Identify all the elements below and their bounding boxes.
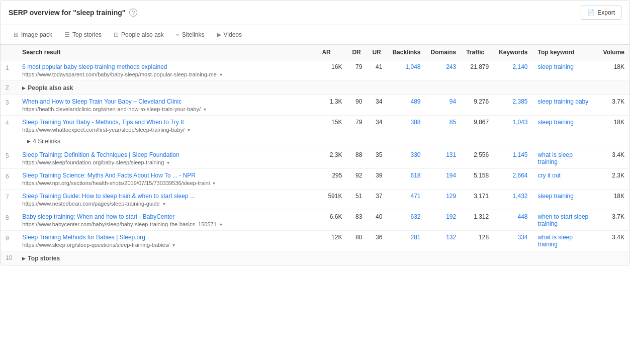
export-button[interactable]: 📄 Export (581, 6, 621, 20)
top-keyword-link[interactable]: what is sleep training (538, 151, 573, 165)
backlinks-cell: 281 (387, 231, 425, 251)
sitelinks-cell: ▶ 4 Sitelinks (17, 136, 629, 148)
top-keyword-link[interactable]: when to start sleep training (538, 213, 589, 227)
domains-link[interactable]: 243 (446, 63, 456, 70)
people-also-ask-toggle[interactable]: ▶ People also ask (22, 84, 73, 92)
row-number: 6 (1, 169, 17, 190)
top-keyword-link[interactable]: sleep training (538, 63, 574, 70)
ur-cell: 36 (367, 231, 387, 251)
backlinks-link[interactable]: 632 (410, 213, 420, 220)
col-volume-header: Volume (598, 45, 629, 60)
top-keyword-link[interactable]: what is sleep training (538, 234, 573, 248)
serp-table: Search result AR DR UR Backlinks Domains… (1, 45, 629, 265)
result-title-link[interactable]: 6 most popular baby sleep-training metho… (22, 63, 167, 70)
domains-link[interactable]: 131 (446, 151, 456, 158)
keywords-link[interactable]: 2,385 (513, 98, 528, 105)
result-title-link[interactable]: Sleep Training Your Baby - Methods, Tips… (22, 119, 184, 126)
result-url-link[interactable]: https://www.npr.org/sections/health-shot… (22, 180, 210, 186)
col-num-header (1, 45, 17, 60)
ar-cell: 12K (317, 231, 347, 251)
help-icon[interactable]: ? (129, 9, 137, 17)
domains-link[interactable]: 192 (446, 213, 456, 220)
result-url-link[interactable]: https://www.sleep.org/sleep-questions/sl… (22, 242, 169, 248)
url-dropdown-arrow[interactable]: ▾ (204, 107, 206, 112)
keywords-link[interactable]: 334 (518, 234, 528, 241)
keywords-cell: 1,145 (494, 148, 532, 169)
result-title-link[interactable]: Sleep Training Science: Myths And Facts … (22, 172, 196, 179)
top-keyword-cell: cry it out (533, 169, 598, 190)
domains-link[interactable]: 194 (446, 172, 456, 179)
result-title: Sleep Training Guide: How to sleep train… (22, 193, 312, 200)
backlinks-link[interactable]: 388 (410, 119, 420, 126)
top-stories-toggle[interactable]: ▶ Top stories (22, 255, 60, 262)
url-dropdown-arrow[interactable]: ▾ (163, 201, 165, 207)
keywords-link[interactable]: 1,432 (513, 193, 528, 200)
search-result-cell: Sleep Training Science: Myths And Facts … (17, 169, 317, 190)
url-dropdown-arrow[interactable]: ▾ (167, 160, 169, 165)
col-keywords-header: Keywords (494, 45, 532, 60)
keywords-link[interactable]: 2,664 (513, 172, 528, 179)
result-title-link[interactable]: When and How to Sleep Train Your Baby – … (22, 98, 182, 105)
result-url-link[interactable]: https://www.babycenter.com/baby/sleep/ba… (22, 221, 216, 227)
tab-videos[interactable]: ▶ Videos (212, 29, 247, 40)
domains-link[interactable]: 94 (449, 98, 456, 105)
result-url: https://www.babycenter.com/baby/sleep/ba… (22, 221, 312, 227)
search-result-cell: Sleep Training Guide: How to sleep train… (17, 190, 317, 210)
url-dropdown-arrow[interactable]: ▾ (220, 222, 222, 227)
table-row: 5 Sleep Training: Definition & Technique… (1, 148, 629, 169)
result-url-link[interactable]: https://health.clevelandclinic.org/when-… (22, 106, 201, 112)
result-title-link[interactable]: Sleep Training: Definition & Techniques … (22, 151, 179, 158)
ar-cell: 1.3K (317, 95, 347, 116)
domains-cell: 129 (426, 190, 462, 210)
keywords-link[interactable]: 448 (518, 213, 528, 220)
result-url-link[interactable]: https://www.sleepfoundation.org/baby-sle… (22, 159, 164, 165)
sitelinks-toggle[interactable]: ▶ 4 Sitelinks (27, 138, 60, 145)
backlinks-link[interactable]: 489 (410, 98, 420, 105)
volume-cell: 18K (598, 116, 629, 136)
result-url-link[interactable]: https://www.nestedbean.com/pages/sleep-t… (22, 201, 159, 207)
tab-sitelinks[interactable]: ⌁ Sitelinks (171, 29, 210, 40)
keywords-link[interactable]: 1,043 (513, 119, 528, 126)
top-keyword-link[interactable]: cry it out (538, 172, 561, 179)
top-keyword-link[interactable]: sleep training (538, 193, 574, 200)
dr-cell: 79 (347, 60, 367, 81)
tab-people-also-ask[interactable]: ⊡ People also ask (109, 29, 169, 40)
serp-header: SERP overview for "sleep training" ? 📄 E… (1, 1, 629, 25)
search-result-cell: When and How to Sleep Train Your Baby – … (17, 95, 317, 116)
result-title-link[interactable]: Baby sleep training: When and how to sta… (22, 213, 174, 220)
domains-link[interactable]: 132 (446, 234, 456, 241)
domains-link[interactable]: 129 (446, 193, 456, 200)
backlinks-link[interactable]: 281 (410, 234, 420, 241)
result-title: 6 most popular baby sleep-training metho… (22, 63, 312, 70)
keywords-cell: 334 (494, 231, 532, 251)
backlinks-cell: 471 (387, 190, 425, 210)
keywords-link[interactable]: 1,145 (513, 151, 528, 158)
domains-link[interactable]: 85 (449, 119, 456, 126)
backlinks-link[interactable]: 471 (410, 193, 420, 200)
tab-top-stories[interactable]: ☰ Top stories (59, 29, 107, 40)
traffic-cell: 9,867 (461, 116, 494, 136)
url-dropdown-arrow[interactable]: ▾ (220, 72, 222, 77)
result-url-link[interactable]: https://www.todaysparent.com/baby/baby-s… (22, 71, 216, 77)
videos-icon: ▶ (217, 31, 221, 38)
keywords-link[interactable]: 2,140 (513, 63, 528, 70)
people-also-ask-cell: ▶ People also ask (17, 81, 629, 95)
row-number: 8 (1, 210, 17, 231)
result-title-link[interactable]: Sleep Training Guide: How to sleep train… (22, 193, 195, 200)
domains-cell: 243 (426, 60, 462, 81)
top-keyword-link[interactable]: sleep training (538, 119, 574, 126)
url-dropdown-arrow[interactable]: ▾ (172, 242, 175, 248)
result-title-link[interactable]: Sleep Training Methods for Babies | Slee… (22, 234, 145, 241)
table-row: 8 Baby sleep training: When and how to s… (1, 210, 629, 231)
backlinks-link[interactable]: 1,048 (405, 63, 420, 70)
search-result-cell: Sleep Training Methods for Babies | Slee… (17, 231, 317, 251)
url-dropdown-arrow[interactable]: ▾ (188, 127, 190, 133)
result-url-link[interactable]: https://www.whattoexpect.com/first-year/… (22, 127, 185, 133)
export-label: Export (597, 9, 615, 16)
result-url: https://www.whattoexpect.com/first-year/… (22, 127, 312, 133)
tab-image-pack[interactable]: ⊞ Image pack (9, 29, 57, 40)
backlinks-link[interactable]: 618 (410, 172, 420, 179)
url-dropdown-arrow[interactable]: ▾ (213, 180, 215, 186)
top-keyword-link[interactable]: sleep training baby (538, 98, 589, 105)
backlinks-link[interactable]: 330 (410, 151, 420, 158)
